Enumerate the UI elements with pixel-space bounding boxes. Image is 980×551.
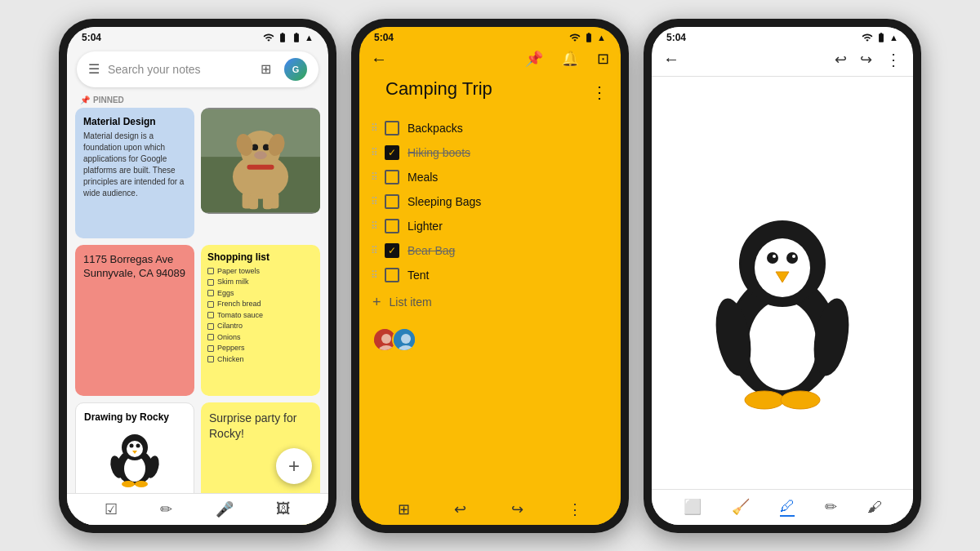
check-label-backpacks: Backpacks [408,122,463,135]
archive-icon[interactable]: ⊡ [597,50,609,68]
checkbox-meals[interactable] [385,170,399,184]
search-bar[interactable]: ☰ Search your notes ⊞ G [77,51,318,87]
more-options-icon[interactable]: ⋮ [591,82,608,102]
time-3: 5:04 [666,32,686,43]
check-item-boots[interactable]: ⠿ ✓ Hiking boots [368,140,612,165]
more-icon[interactable]: ⋮ [568,500,582,518]
phones-container: 5:04 ▲ ☰ Search your notes ⊞ G 📌 PINNED [0,0,980,551]
collaborator-2-avatar [392,327,416,352]
checkbox-icon[interactable]: ☑ [105,500,118,518]
phone-3-screen: 5:04 ▲ ← ↩ ↪ ⋮ [652,27,913,525]
pencil-tool-icon[interactable]: ✏ [825,498,837,516]
svg-point-19 [136,444,140,448]
checkbox-backpacks[interactable] [385,121,399,136]
status-icons-1: ▲ [263,32,314,43]
redo-icon-3[interactable]: ↪ [860,51,872,69]
add-box-icon[interactable]: ⊞ [398,500,410,518]
check-item-lighter[interactable]: ⠿ Lighter [368,214,612,238]
pen-tool-icon[interactable]: 🖊 [780,498,795,517]
drag-handle: ⠿ [371,196,376,207]
bottom-toolbar-1: ☑ ✏ 🎤 🖼 [67,493,328,525]
fab-button[interactable]: + [276,448,312,484]
surprise-title: Surprise party for Rocky! [209,411,312,440]
checkbox-tent[interactable] [385,268,399,282]
svg-point-42 [745,391,784,409]
marker-tool-icon[interactable]: 🖌 [867,499,882,516]
back-button-3[interactable]: ← [663,50,679,69]
status-icons-2: ▲ [569,32,606,43]
drag-handle: ⠿ [371,147,376,158]
check-label-tent: Tent [408,269,429,282]
large-penguin-illustration [701,186,864,415]
note-dog-photo[interactable] [201,108,320,214]
undo-icon[interactable]: ↩ [454,500,466,518]
status-bar-2: 5:04 ▲ [359,27,621,47]
add-icon-list: + [372,294,381,311]
undo-icon-3[interactable]: ↩ [835,51,847,69]
check-item-backpacks[interactable]: ⠿ Backpacks [368,116,612,140]
check-item-tent[interactable]: ⠿ Tent [368,263,612,287]
eraser-tool-icon[interactable]: 🧹 [732,498,750,516]
selection-tool-icon[interactable]: ⬜ [684,498,702,516]
note-title: Material Design [83,116,186,127]
phone-2: 5:04 ▲ ← 📌 🔔 ⊡ Camping Trip ⋮ [351,19,629,533]
svg-point-43 [781,391,820,409]
time-1: 5:04 [82,32,101,43]
svg-point-32 [748,300,817,390]
shopping-title: Shopping list [207,251,314,263]
collaborators-row [359,318,621,362]
more-options-3[interactable]: ⋮ [885,50,902,69]
svg-point-37 [786,252,798,264]
checkbox-bear-bag[interactable]: ✓ [385,243,399,258]
svg-point-36 [773,255,776,258]
note-title-camping: Camping Trip [372,75,506,109]
drag-handle: ⠿ [371,269,376,281]
check-label-sleeping: Sleeping Bags [408,195,481,208]
address-text: 1175 Borregas Ave Sunnyvale, CA 94089 [83,253,186,281]
bottom-toolbar-3: ⬜ 🧹 🖊 ✏ 🖌 [652,489,913,525]
svg-point-26 [381,334,391,344]
checkbox-lighter[interactable] [385,219,399,233]
pencil-icon[interactable]: ✏ [160,500,172,518]
check-item-meals[interactable]: ⠿ Meals [368,165,612,189]
time-2: 5:04 [374,32,394,43]
reminder-icon[interactable]: 🔔 [561,50,579,68]
grid-icon[interactable]: ⊞ [261,61,271,77]
redo-icon[interactable]: ↪ [511,500,523,518]
checkbox-sleeping[interactable] [385,194,399,209]
check-label-lighter: Lighter [408,220,443,233]
check-item-sleeping-bags[interactable]: ⠿ Sleeping Bags [368,189,612,214]
drawing-title: Drawing by Rocky [84,411,185,423]
note-address[interactable]: 1175 Borregas Ave Sunnyvale, CA 94089 [75,245,194,397]
status-bar-3: 5:04 ▲ [652,27,913,47]
add-item-label: List item [390,295,432,309]
note-material-design[interactable]: Material Design Material design is a fou… [75,108,194,238]
check-label-boots: Hiking boots [408,146,470,159]
checkbox-boots[interactable]: ✓ [385,145,399,160]
back-button[interactable]: ← [371,50,387,69]
image-icon[interactable]: 🖼 [276,500,291,518]
mic-icon[interactable]: 🎤 [216,500,234,518]
drag-handle: ⠿ [371,122,376,134]
pin-header-icon[interactable]: 📌 [525,50,543,68]
dog-illustration [201,108,320,214]
drag-handle: ⠿ [371,245,376,256]
check-item-bear-bag[interactable]: ⠿ ✓ Bear Bag [368,238,612,263]
phone2-header: ← 📌 🔔 ⊡ [359,47,621,75]
phone-1: 5:04 ▲ ☰ Search your notes ⊞ G 📌 PINNED [59,19,336,533]
add-item-row[interactable]: + List item [359,287,621,318]
small-penguin-icon [102,426,167,487]
svg-point-29 [401,334,411,344]
note-shopping[interactable]: Shopping list Paper towels Skim milk Egg… [201,245,320,397]
status-bar-1: 5:04 ▲ [67,27,328,47]
svg-point-6 [254,151,267,159]
svg-point-22 [135,481,148,487]
drawing-canvas[interactable] [652,77,913,525]
avatar[interactable]: G [284,58,307,81]
svg-point-38 [792,255,795,258]
svg-rect-13 [263,194,273,209]
svg-rect-12 [248,194,258,209]
svg-point-21 [122,481,135,487]
menu-icon[interactable]: ☰ [88,61,100,77]
drag-handle: ⠿ [371,220,376,232]
